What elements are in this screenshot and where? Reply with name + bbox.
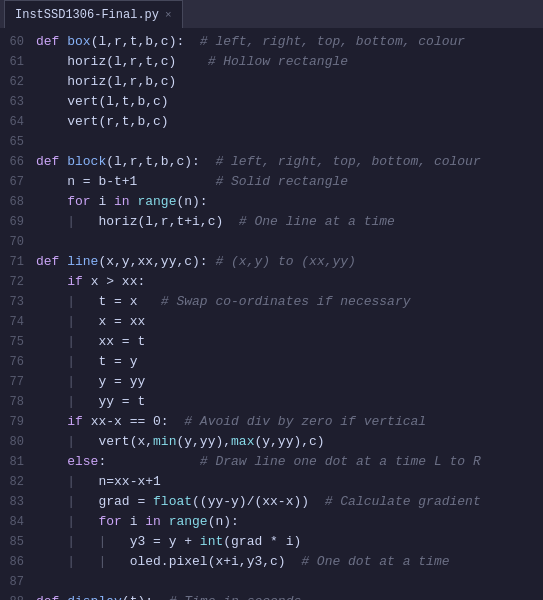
code-line: 77 | y = yy	[0, 372, 543, 392]
code-line: 83 | grad = float((yy-y)/(xx-x)) # Calcu…	[0, 492, 543, 512]
token-kw: def	[36, 254, 67, 269]
token-builtin: float	[153, 494, 192, 509]
token-plain: n=xx-x+1	[98, 474, 160, 489]
token-plain: horiz(l,r,t,c)	[36, 54, 208, 69]
token-comment: # Draw line one dot at a time L to R	[200, 454, 481, 469]
code-line: 67 n = b-t+1 # Solid rectangle	[0, 172, 543, 192]
code-line: 68 for i in range(n):	[0, 192, 543, 212]
tab-close-button[interactable]: ×	[165, 9, 172, 21]
tab-bar: InstSSD1306-Final.py ×	[0, 0, 543, 28]
token-plain: y3 = y +	[130, 534, 200, 549]
token-plain	[36, 414, 67, 429]
line-content: vert(l,t,b,c)	[36, 92, 169, 112]
code-line: 85 | | y3 = y + int(grad * i)	[0, 532, 543, 552]
line-number: 86	[0, 552, 36, 572]
line-content: horiz(l,r,t,c) # Hollow rectangle	[36, 52, 348, 72]
token-plain: vert(x,	[98, 434, 153, 449]
token-kw: else	[67, 454, 98, 469]
code-line: 70	[0, 232, 543, 252]
token-pipe: | |	[36, 534, 130, 549]
line-content: horiz(l,r,b,c)	[36, 72, 176, 92]
line-content: | xx = t	[36, 332, 145, 352]
token-pipe: |	[36, 514, 98, 529]
token-plain	[36, 454, 67, 469]
token-plain: (x,y,xx,yy,c):	[98, 254, 215, 269]
token-comment: # Calculate gradient	[325, 494, 481, 509]
token-comment: # One dot at a time	[301, 554, 449, 569]
token-kw: def	[36, 154, 67, 169]
token-pipe: |	[36, 294, 98, 309]
line-number: 61	[0, 52, 36, 72]
line-number: 67	[0, 172, 36, 192]
token-plain: (t):	[122, 594, 169, 600]
code-line: 81 else: # Draw line one dot at a time L…	[0, 452, 543, 472]
line-number: 79	[0, 412, 36, 432]
editor-container: InstSSD1306-Final.py × 60def box(l,r,t,b…	[0, 0, 543, 600]
token-plain: (y,yy),	[176, 434, 231, 449]
token-comment: # left, right, top, bottom, colour	[200, 34, 465, 49]
token-comment: # Swap co-ordinates if necessary	[161, 294, 411, 309]
code-line: 65	[0, 132, 543, 152]
line-number: 63	[0, 92, 36, 112]
line-content: def display(t): # Time in seconds	[36, 592, 301, 600]
token-plain	[36, 194, 67, 209]
code-line: 66def block(l,r,t,b,c): # left, right, t…	[0, 152, 543, 172]
code-line: 75 | xx = t	[0, 332, 543, 352]
code-line: 63 vert(l,t,b,c)	[0, 92, 543, 112]
line-number: 74	[0, 312, 36, 332]
token-plain: vert(r,t,b,c)	[36, 114, 169, 129]
line-number: 71	[0, 252, 36, 272]
token-plain: grad =	[98, 494, 153, 509]
token-plain: ((yy-y)/(xx-x))	[192, 494, 325, 509]
line-content: else: # Draw line one dot at a time L to…	[36, 452, 481, 472]
token-plain: (y,yy),c)	[254, 434, 324, 449]
token-kw: def	[36, 594, 67, 600]
token-plain: (grad * i)	[223, 534, 301, 549]
token-comment: # Hollow rectangle	[208, 54, 348, 69]
code-line: 79 if xx-x == 0: # Avoid div by zero if …	[0, 412, 543, 432]
token-plain: xx-x == 0:	[91, 414, 185, 429]
token-kw: if	[67, 274, 90, 289]
line-number: 66	[0, 152, 36, 172]
code-line: 78 | yy = t	[0, 392, 543, 412]
token-plain: yy = t	[98, 394, 145, 409]
token-pipe: |	[36, 394, 98, 409]
line-number: 85	[0, 532, 36, 552]
code-line: 69 | horiz(l,r,t+i,c) # One line at a ti…	[0, 212, 543, 232]
line-content: | for i in range(n):	[36, 512, 239, 532]
line-number: 60	[0, 32, 36, 52]
token-builtin: min	[153, 434, 176, 449]
line-content: if x > xx:	[36, 272, 145, 292]
line-content: | y = yy	[36, 372, 145, 392]
token-pipe: |	[36, 354, 98, 369]
token-kw: in	[114, 194, 137, 209]
token-plain: n = b-t+1	[36, 174, 215, 189]
code-line: 87	[0, 572, 543, 592]
token-kw: if	[67, 414, 90, 429]
editor-tab[interactable]: InstSSD1306-Final.py ×	[4, 0, 183, 28]
line-content: if xx-x == 0: # Avoid div by zero if ver…	[36, 412, 426, 432]
token-pipe: |	[36, 334, 98, 349]
token-plain: (l,r,t,b,c):	[91, 34, 200, 49]
line-content: | x = xx	[36, 312, 145, 332]
line-content: n = b-t+1 # Solid rectangle	[36, 172, 348, 192]
line-content: def box(l,r,t,b,c): # left, right, top, …	[36, 32, 465, 52]
token-kw: def	[36, 34, 67, 49]
line-content: | | oled.pixel(x+i,y3,c) # One dot at a …	[36, 552, 450, 572]
code-line: 73 | t = x # Swap co-ordinates if necess…	[0, 292, 543, 312]
token-comment: # Solid rectangle	[215, 174, 348, 189]
token-kw: in	[145, 514, 168, 529]
line-number: 70	[0, 232, 36, 252]
line-number: 75	[0, 332, 36, 352]
token-plain: horiz(l,r,b,c)	[36, 74, 176, 89]
token-pipe: | |	[36, 554, 130, 569]
token-pipe: |	[36, 214, 98, 229]
code-line: 64 vert(r,t,b,c)	[0, 112, 543, 132]
line-number: 65	[0, 132, 36, 152]
token-comment: # Avoid div by zero if vertical	[184, 414, 426, 429]
token-pipe: |	[36, 434, 98, 449]
line-content: def line(x,y,xx,yy,c): # (x,y) to (xx,yy…	[36, 252, 356, 272]
token-comment: # Time in seconds	[169, 594, 302, 600]
line-number: 72	[0, 272, 36, 292]
token-plain: i	[130, 514, 146, 529]
